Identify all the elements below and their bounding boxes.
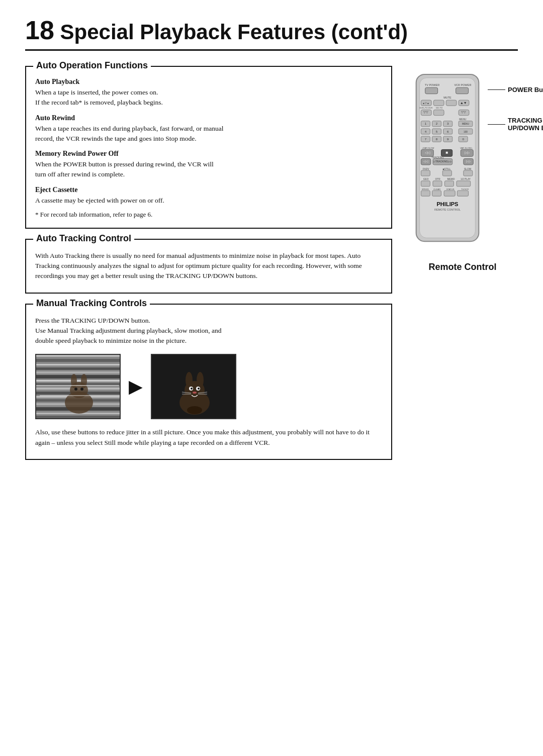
arrow-icon: ▶ xyxy=(129,376,143,397)
svg-text:5: 5 xyxy=(436,130,438,133)
right-column: TV POWER VCR POWER MUTE ▲▽▲ ▲▼ xyxy=(407,66,518,272)
svg-text:SLOW: SLOW xyxy=(464,168,472,170)
svg-text:9: 9 xyxy=(447,137,449,141)
svg-rect-57 xyxy=(433,110,444,116)
svg-text:TV/VCR: TV/VCR xyxy=(461,188,469,191)
tracking-buttons-label: TRACKINGUP/DOWN Buttons xyxy=(508,117,543,132)
manual-tracking-section: Manual Tracking Controls Press the TRACK… xyxy=(25,304,392,460)
svg-text:PHILIPS: PHILIPS xyxy=(436,201,458,207)
svg-rect-103 xyxy=(421,170,430,176)
svg-rect-23 xyxy=(36,385,119,386)
svg-text:REMOTE CONTROL: REMOTE CONTROL xyxy=(434,208,461,211)
svg-rect-5 xyxy=(36,371,121,373)
noisy-image xyxy=(35,354,121,419)
manual-tracking-title: Manual Tracking Controls xyxy=(33,298,150,309)
svg-rect-1 xyxy=(36,355,121,357)
auto-rewind-text: When a tape reaches its end during playb… xyxy=(35,124,382,144)
svg-rect-113 xyxy=(457,181,471,186)
svg-text:MUTE: MUTE xyxy=(443,96,451,99)
svg-point-28 xyxy=(186,372,193,388)
svg-text:■: ■ xyxy=(445,150,448,155)
power-button-label-row: POWER Button xyxy=(488,86,543,93)
svg-text:▽▽: ▽▽ xyxy=(461,111,466,114)
svg-text:4: 4 xyxy=(425,130,427,133)
page-title-text: Special Playback Features (cont'd) xyxy=(60,20,408,44)
svg-text:■STILL: ■STILL xyxy=(443,168,451,170)
footnote: * For record tab information, refer to p… xyxy=(35,211,382,219)
svg-text:▷▷: ▷▷ xyxy=(465,151,470,154)
memory-rewind-text: When the POWER button is pressed during … xyxy=(35,159,382,180)
svg-rect-112 xyxy=(444,181,454,186)
auto-tracking-title: Auto Tracking Control xyxy=(33,233,134,244)
svg-text:VAR.SLOW▷: VAR.SLOW▷ xyxy=(460,147,473,149)
svg-rect-111 xyxy=(433,181,442,186)
svg-rect-7 xyxy=(36,380,121,382)
svg-point-29 xyxy=(197,372,204,388)
auto-tracking-text: With Auto Tracking there is usually no n… xyxy=(35,251,382,281)
svg-text:CLEAR: CLEAR xyxy=(433,188,440,191)
tracking-label-row: TRACKINGUP/DOWN Buttons xyxy=(488,117,543,132)
remote-labels: POWER Button TRACKINGUP/DOWN Buttons xyxy=(488,86,543,140)
eject-title: Eject Cassette xyxy=(35,186,382,194)
svg-text:◁◁: ◁◁ xyxy=(425,151,430,154)
page-number: 18 xyxy=(25,16,54,45)
svg-rect-24 xyxy=(40,395,121,396)
svg-text:MENU: MENU xyxy=(459,118,467,121)
svg-text:OTR: OTR xyxy=(435,178,441,180)
svg-text:TV POWER: TV POWER xyxy=(425,83,439,86)
svg-rect-110 xyxy=(421,181,430,186)
auto-tracking-content: With Auto Tracking there is usually no n… xyxy=(35,251,382,281)
svg-rect-16 xyxy=(36,416,121,418)
manual-tracking-intro: Press the TRACKING UP/DOWN button.Use Ma… xyxy=(35,316,382,346)
left-column: Auto Operation Functions Auto Playback W… xyxy=(25,66,392,460)
svg-rect-118 xyxy=(421,191,430,196)
svg-rect-50 xyxy=(446,100,457,106)
svg-text:STATUS: STATUS xyxy=(446,188,455,191)
power-button-label: POWER Button xyxy=(508,86,543,93)
svg-point-33 xyxy=(198,388,200,390)
auto-operation-section: Auto Operation Functions Auto Playback W… xyxy=(25,66,392,229)
svg-text:▷▷: ▷▷ xyxy=(466,160,471,163)
svg-point-39 xyxy=(187,406,202,414)
svg-rect-49 xyxy=(433,100,444,106)
svg-text:GO-TO: GO-TO xyxy=(436,107,443,109)
svg-text:GEO: GEO xyxy=(423,178,429,180)
remote-area: TV POWER VCR POWER MUTE ▲▽▲ ▲▼ xyxy=(407,71,518,254)
svg-text:2: 2 xyxy=(436,122,438,125)
svg-text:▽▽: ▽▽ xyxy=(423,111,428,114)
svg-rect-4 xyxy=(36,367,121,370)
svg-text:MENU: MENU xyxy=(462,123,470,125)
svg-point-32 xyxy=(191,388,193,390)
auto-operation-content: Auto Playback When a tape is inserted, t… xyxy=(35,78,382,219)
auto-tracking-section: Auto Tracking Control With Auto Tracking… xyxy=(25,239,392,294)
tracking-label-line xyxy=(488,124,505,125)
page-title: 18 Special Playback Features (cont'd) xyxy=(25,15,518,51)
svg-text:7: 7 xyxy=(425,137,427,141)
svg-point-21 xyxy=(74,388,77,391)
svg-text:VCR POWER: VCR POWER xyxy=(454,83,471,86)
svg-text:▲▽▲: ▲▽▲ xyxy=(422,102,429,105)
svg-rect-119 xyxy=(432,191,441,196)
tracking-images: ▶ xyxy=(35,354,382,419)
svg-text:FADV: FADV xyxy=(423,168,429,170)
svg-rect-44 xyxy=(425,87,438,93)
svg-rect-104 xyxy=(442,170,451,176)
manual-tracking-followup: Also, use these buttons to reduce jitter… xyxy=(35,427,382,448)
memory-rewind-title: Memory Rewind Power Off xyxy=(35,150,382,158)
svg-text:◁◁: ◁◁ xyxy=(423,160,428,163)
eject-text: A cassette may be ejected with power on … xyxy=(35,196,382,206)
svg-rect-2 xyxy=(36,359,121,362)
svg-text:1/2 PLAY: 1/2 PLAY xyxy=(461,178,471,180)
svg-text:SPEED: SPEED xyxy=(422,188,429,191)
power-label-line xyxy=(488,89,505,90)
auto-playback-text: When a tape is inserted, the power comes… xyxy=(35,87,382,108)
svg-text:▲▼: ▲▼ xyxy=(460,101,467,105)
auto-rewind-title: Auto Rewind xyxy=(35,114,382,122)
svg-point-34 xyxy=(193,392,197,394)
svg-text:1: 1 xyxy=(425,122,427,125)
svg-text:6: 6 xyxy=(447,130,449,133)
remote-control-image: TV POWER VCR POWER MUTE ▲▽▲ ▲▼ xyxy=(412,71,483,254)
svg-rect-120 xyxy=(444,191,455,196)
svg-rect-6 xyxy=(36,375,121,379)
svg-text:100: 100 xyxy=(464,131,468,133)
